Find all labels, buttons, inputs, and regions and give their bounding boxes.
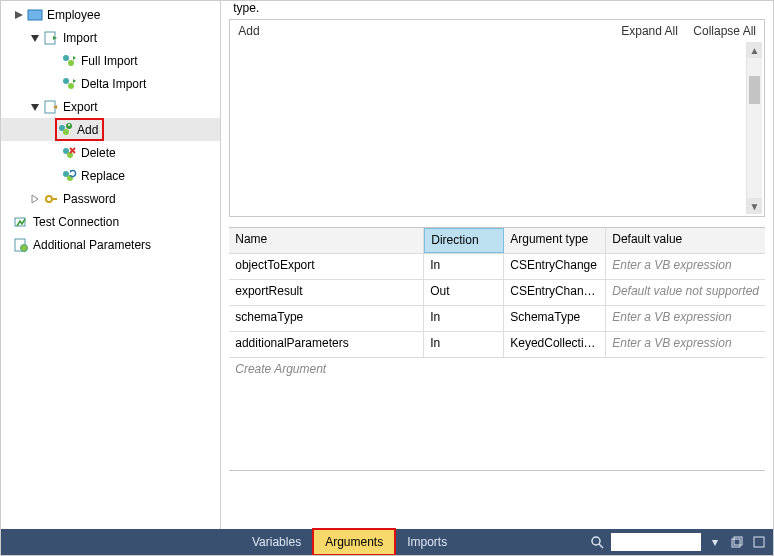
tree-item-full-import[interactable]: Full Import — [1, 49, 220, 72]
search-icon[interactable] — [589, 534, 605, 550]
tree-item-export[interactable]: Export — [1, 95, 220, 118]
expand-all-link[interactable]: Expand All — [621, 24, 678, 38]
cell-default[interactable]: Enter a VB expression — [606, 332, 765, 357]
collapse-all-link[interactable]: Collapse All — [693, 24, 756, 38]
tree-label: Full Import — [81, 54, 138, 68]
chevron-down-icon[interactable]: ▾ — [707, 534, 723, 550]
grid-row[interactable]: additionalParameters In KeyedCollection<… — [229, 332, 765, 358]
tree-label: Additional Parameters — [33, 238, 151, 252]
cell-argtype[interactable]: CSEntryChangeResult — [504, 280, 606, 305]
tree-item-export-replace[interactable]: Replace — [1, 164, 220, 187]
tree-label: Delta Import — [81, 77, 146, 91]
col-header-direction[interactable]: Direction — [424, 228, 504, 253]
expander-icon[interactable] — [29, 193, 41, 205]
cell-direction[interactable]: In — [424, 254, 504, 279]
col-header-default[interactable]: Default value — [606, 228, 765, 253]
svg-rect-19 — [51, 198, 57, 200]
svg-marker-17 — [32, 195, 38, 203]
cell-name[interactable]: objectToExport — [229, 254, 424, 279]
tree-item-password[interactable]: Password — [1, 187, 220, 210]
svg-rect-26 — [734, 537, 742, 545]
cell-default[interactable]: Enter a VB expression — [606, 306, 765, 331]
cell-direction[interactable]: In — [424, 332, 504, 357]
add-icon — [57, 122, 73, 138]
svg-point-23 — [592, 537, 600, 545]
tree-label: Employee — [47, 8, 100, 22]
scrollbar-thumb[interactable] — [749, 76, 760, 104]
activity-title: Add — [238, 24, 259, 38]
cell-argtype[interactable]: SchemaType — [504, 306, 606, 331]
tab-arguments[interactable]: Arguments — [313, 529, 395, 555]
tree-panel: Employee Import Full Import — [1, 1, 221, 555]
expander-icon[interactable] — [13, 9, 25, 21]
maximize-panel-icon[interactable] — [751, 534, 767, 550]
tree-item-export-delete[interactable]: Delete — [1, 141, 220, 164]
cell-name[interactable]: schemaType — [229, 306, 424, 331]
tree-label: Delete — [81, 146, 116, 160]
tree-label: Replace — [81, 169, 125, 183]
col-header-argtype[interactable]: Argument type — [504, 228, 606, 253]
tree-item-additional-parameters[interactable]: Additional Parameters — [1, 233, 220, 256]
tab-imports[interactable]: Imports — [395, 529, 459, 555]
import-full-icon — [61, 53, 77, 69]
design-surface[interactable]: Add Expand All Collapse All ▲ ▼ — [229, 19, 765, 217]
vertical-scrollbar[interactable]: ▲ ▼ — [746, 42, 762, 214]
folder-icon — [27, 7, 43, 23]
create-argument-row[interactable]: Create Argument — [229, 358, 765, 380]
tree-label: Test Connection — [33, 215, 119, 229]
cell-direction[interactable]: Out — [424, 280, 504, 305]
import-icon — [43, 30, 59, 46]
scroll-up-icon[interactable]: ▲ — [747, 42, 762, 58]
tree-label: Export — [63, 100, 98, 114]
svg-marker-0 — [15, 11, 23, 19]
truncated-caption: type. — [221, 1, 773, 15]
search-input[interactable] — [611, 533, 701, 551]
tree-item-export-add[interactable]: Add — [1, 118, 220, 141]
test-connection-icon — [13, 214, 29, 230]
tree-item-import[interactable]: Import — [1, 26, 220, 49]
cell-default[interactable]: Enter a VB expression — [606, 254, 765, 279]
tree-item-test-connection[interactable]: Test Connection — [1, 210, 220, 233]
tab-variables[interactable]: Variables — [240, 529, 313, 555]
import-delta-icon — [61, 76, 77, 92]
col-header-name[interactable]: Name — [229, 228, 424, 253]
grid-row[interactable]: schemaType In SchemaType Enter a VB expr… — [229, 306, 765, 332]
restore-panel-icon[interactable] — [729, 534, 745, 550]
svg-point-7 — [68, 83, 74, 89]
grid-row[interactable]: objectToExport In CSEntryChange Enter a … — [229, 254, 765, 280]
tree-label: Add — [77, 123, 98, 137]
tree-item-employee[interactable]: Employee — [1, 3, 220, 26]
tree-label: Password — [63, 192, 116, 206]
scroll-down-icon[interactable]: ▼ — [747, 198, 762, 214]
parameters-icon — [13, 237, 29, 253]
password-icon — [43, 191, 59, 207]
tree: Employee Import Full Import — [1, 1, 220, 256]
arguments-grid: Name Direction Argument type Default val… — [229, 227, 765, 471]
svg-marker-8 — [31, 104, 39, 111]
highlight-box: Add — [55, 118, 104, 141]
svg-point-4 — [63, 55, 69, 61]
grid-header-row: Name Direction Argument type Default val… — [229, 228, 765, 254]
expander-open-icon[interactable] — [29, 32, 41, 44]
svg-rect-1 — [28, 10, 42, 20]
svg-point-5 — [68, 60, 74, 66]
svg-marker-2 — [31, 35, 39, 42]
cell-argtype[interactable]: CSEntryChange — [504, 254, 606, 279]
cell-argtype[interactable]: KeyedCollection<String, ConfigParameter> — [504, 332, 606, 357]
svg-rect-25 — [732, 539, 740, 547]
delete-icon — [61, 145, 77, 161]
bottom-bar: Variables Arguments Imports ▾ — [1, 529, 773, 555]
cell-default[interactable]: Default value not supported — [606, 280, 765, 305]
grid-empty-area — [229, 380, 765, 470]
grid-row[interactable]: exportResult Out CSEntryChangeResult Def… — [229, 280, 765, 306]
expander-open-icon[interactable] — [29, 101, 41, 113]
cell-name[interactable]: additionalParameters — [229, 332, 424, 357]
tree-item-delta-import[interactable]: Delta Import — [1, 72, 220, 95]
replace-icon — [61, 168, 77, 184]
svg-point-11 — [63, 129, 69, 135]
cell-name[interactable]: exportResult — [229, 280, 424, 305]
tree-label: Import — [63, 31, 97, 45]
right-panel: type. Add Expand All Collapse All ▲ ▼ Na… — [221, 1, 773, 555]
cell-direction[interactable]: In — [424, 306, 504, 331]
svg-point-22 — [21, 244, 28, 251]
